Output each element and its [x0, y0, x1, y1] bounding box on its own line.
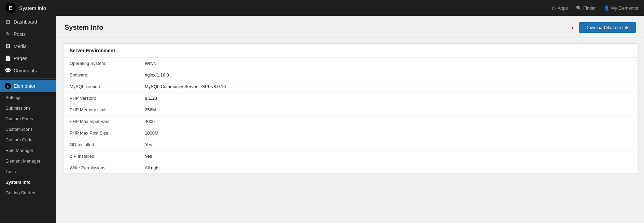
sidebar-item-comments[interactable]: 💬 Comments [0, 65, 56, 77]
info-row-mysql: MySQL version: MySQL Community Server - … [64, 81, 637, 93]
submenu-item-custom-icons[interactable]: Custom Icons [0, 124, 56, 135]
main-layout: ⊞ Dashboard ✎ Posts 🖼 Media 📄 Pages 💬 Co… [0, 16, 644, 223]
download-system-info-button[interactable]: Download System Info [579, 22, 636, 33]
sidebar-item-elementor[interactable]: E Elementor ← [0, 80, 56, 92]
submenu-item-element-manager[interactable]: Element Manager [0, 156, 56, 166]
label-php-post-size: PHP Max Post Size: [70, 130, 145, 136]
top-bar: E System Info ▷ Apps 🔍 Finder 👤 My Eleme… [0, 0, 644, 16]
sidebar: ⊞ Dashboard ✎ Posts 🖼 Media 📄 Pages 💬 Co… [0, 16, 56, 223]
value-software: nginx/1.16.0 [145, 72, 169, 78]
sidebar-label-dashboard: Dashboard [14, 19, 37, 25]
info-row-zip: ZIP Installed: Yes [64, 151, 637, 162]
submenu-item-settings[interactable]: Settings [0, 92, 56, 103]
label-software: Software: [70, 72, 145, 78]
value-gd: Yes [145, 142, 152, 147]
nav-apps-link[interactable]: ▷ Apps [552, 5, 568, 11]
sidebar-item-pages[interactable]: 📄 Pages [0, 52, 56, 65]
nav-my-elementor-label: My Elementor [611, 5, 639, 11]
submenu-item-custom-fonts[interactable]: Custom Fonts [0, 113, 56, 124]
content-area: System Info → Download System Info Serve… [56, 16, 644, 223]
top-bar-nav: ▷ Apps 🔍 Finder 👤 My Elementor [552, 5, 639, 11]
nav-finder-link[interactable]: 🔍 Finder [576, 5, 596, 11]
label-write-permissions: Write Permissions: [70, 165, 145, 170]
apps-arrow-icon: ▷ [552, 5, 556, 11]
sidebar-item-dashboard[interactable]: ⊞ Dashboard [0, 16, 56, 28]
system-info-card: Server Environment Operating System: WIN… [63, 43, 637, 174]
value-php-version: 8.1.23 [145, 96, 157, 101]
dashboard-icon: ⊞ [5, 19, 11, 25]
search-icon: 🔍 [576, 5, 582, 11]
user-icon: 👤 [604, 5, 610, 11]
label-mysql: MySQL version: [70, 84, 145, 89]
comments-icon: 💬 [5, 68, 11, 74]
submenu-item-getting-started[interactable]: Getting Started [0, 187, 56, 198]
info-row-php-input-vars: PHP Max Input Vars: 4000 [64, 116, 637, 127]
info-row-write-permissions: Write Permissions: All right [64, 162, 637, 173]
submenu-item-custom-code[interactable]: Custom Code [0, 135, 56, 145]
sidebar-item-media[interactable]: 🖼 Media [0, 40, 56, 52]
label-php-input-vars: PHP Max Input Vars: [70, 119, 145, 124]
value-mysql: MySQL Community Server - GPL v8.0.16 [145, 84, 226, 89]
server-environment-header: Server Environment [64, 44, 637, 58]
download-area: → Download System Info [565, 22, 636, 33]
media-icon: 🖼 [5, 43, 11, 49]
submenu-item-submissions[interactable]: Submissions [0, 103, 56, 113]
info-row-gd: GD Installed: Yes [64, 139, 637, 151]
label-php-version: PHP Version: [70, 96, 145, 101]
sidebar-item-posts[interactable]: ✎ Posts [0, 28, 56, 40]
label-gd: GD Installed: [70, 142, 145, 147]
nav-finder-label: Finder [583, 5, 596, 11]
top-bar-left: E System Info [5, 3, 46, 13]
info-row-software: Software: nginx/1.16.0 [64, 69, 637, 81]
value-php-memory: 256M [145, 107, 156, 112]
info-row-php-memory: PHP Memory Limit: 256M [64, 104, 637, 116]
sidebar-label-media: Media [14, 44, 27, 49]
nav-apps-label: Apps [558, 5, 568, 11]
sidebar-label-posts: Posts [14, 31, 26, 37]
page-header: System Info → Download System Info [56, 16, 644, 38]
page-title: System Info [65, 24, 103, 31]
nav-my-elementor-link[interactable]: 👤 My Elementor [604, 5, 639, 11]
sidebar-label-comments: Comments [14, 68, 37, 73]
pages-icon: 📄 [5, 55, 11, 61]
info-row-os: Operating System: WINNT [64, 58, 637, 69]
value-php-input-vars: 4000 [145, 119, 155, 124]
label-zip: ZIP Installed: [70, 154, 145, 159]
submenu-item-system-info[interactable]: System Info ← [0, 177, 56, 187]
elementor-icon: E [5, 83, 11, 89]
value-os: WINNT [145, 61, 159, 66]
sidebar-label-elementor: Elementor [14, 83, 36, 89]
posts-icon: ✎ [5, 31, 11, 37]
elementor-logo-icon: E [5, 3, 16, 13]
info-row-php-version: PHP Version: 8.1.23 [64, 93, 637, 104]
label-php-memory: PHP Memory Limit: [70, 107, 145, 112]
value-write-permissions: All right [145, 165, 159, 170]
value-php-post-size: 1000M [145, 130, 158, 136]
download-arrow-annotation: → [565, 22, 576, 33]
submenu-item-role-manager[interactable]: Role Manager [0, 145, 56, 156]
value-zip: Yes [145, 154, 152, 159]
top-bar-title: System Info [19, 5, 46, 11]
submenu-item-tools[interactable]: Tools [0, 166, 56, 177]
sidebar-label-pages: Pages [14, 56, 27, 61]
info-row-php-post-size: PHP Max Post Size: 1000M [64, 127, 637, 139]
sidebar-divider [0, 78, 56, 79]
label-os: Operating System: [70, 61, 145, 66]
